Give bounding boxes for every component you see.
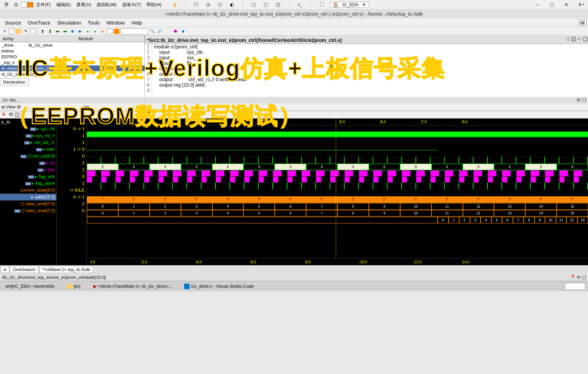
bottom-tabs: e OneSearch *<nWave:2> top_iic.fsdb [0,265,588,274]
wave-ctrl [87,150,588,157]
menu-edit[interactable]: 编辑(E) [54,2,74,8]
signal-name[interactable]: Ver▸ start [0,146,56,153]
panel-icon[interactable]: ◫ [571,36,576,42]
new-icon[interactable]: ✦ [1,28,7,34]
signal-name[interactable]: Ver▸ flag_ack [0,173,56,180]
play-icon[interactable]: ▶ [77,28,83,34]
menu-simulation[interactable]: Simulation [54,20,85,26]
menu-view[interactable]: 查看(V) [74,2,94,8]
taskbar-verdi[interactable]: ◆ <Verdi:nTraceMain:1> tb_i2c_drive.i... [90,283,175,289]
pause-icon[interactable]: || [171,2,179,7]
signal-name[interactable]: current_state[9:0] [0,187,56,194]
m-button[interactable]: M [578,19,587,26]
window-icon[interactable]: ◫ [273,2,283,7]
fullscreen-icon[interactable] [27,2,33,8]
wave-display[interactable]: |5,0 |6,0 |7,0 |8,0 0000000000000000 *I*… [87,119,588,265]
menu-source[interactable]: Source [1,20,25,26]
source-title: *Src1:tb_i2c_drive.inst_top_iic.inst_e2p… [145,37,588,44]
tool-icon[interactable]: ◆ [180,28,186,34]
back-icon[interactable]: ⬅ [55,28,61,34]
main-menu: Source OneTrace Simulation Tools Window … [0,18,588,27]
signal-value: 0 [57,153,87,160]
menu-help[interactable]: 帮助(H) [144,2,164,8]
up-icon[interactable]: ⬆ [40,28,46,34]
signal-name[interactable]: Ver▸ flag_done [0,180,56,187]
play-icon[interactable]: ● [92,28,98,34]
search-icon[interactable]: 🔍 [149,28,155,34]
signal-name[interactable]: Ver▸ sda [0,166,56,173]
maximize-icon[interactable]: ▢ [547,2,557,7]
taskbar-vscode[interactable]: i2c_drive.v - Visual Studio Code [181,283,256,290]
taskbar-input[interactable] [565,283,585,290]
panel-icon[interactable]: ▢ [583,36,588,42]
close-icon[interactable]: ✕ [562,2,571,7]
signal-value: -> IDLE [57,187,87,194]
menu-window[interactable]: Window [103,20,128,26]
open-icon[interactable] [16,29,21,34]
clock-icon[interactable]: ◷ [203,2,213,7]
down-icon[interactable]: ⬇ [47,28,53,34]
menu-tabs[interactable]: 选项卡(T) [119,2,144,8]
wave-flag-done [87,190,588,196]
search-icon[interactable]: 🔎 [157,28,163,34]
tab-label[interactable]: 🏠 IC_EDA ✕ [330,2,369,8]
signal-name[interactable]: Ver▸ ctrl_w0_r1 [0,139,56,146]
tool-icon[interactable]: ⬡ [215,2,225,7]
terminal-icon[interactable]: >_ [295,2,305,7]
tool-icon[interactable] [9,29,14,34]
menu-item[interactable]: 位 [11,2,21,8]
signal-value: 0 [57,207,87,214]
tool-icon[interactable]: ◐ [227,2,237,7]
tool-icon[interactable] [107,29,112,34]
menu-tools[interactable]: Tools [85,20,103,26]
tool-icon[interactable] [114,29,119,34]
monitor-icon[interactable]: 🖵 [191,2,201,7]
wave-tracks: 0000000000000000 *I*I*I*I*I*I*I*I*I*I*I*… [87,132,588,224]
col-hierarchy[interactable]: archy [0,35,27,42]
tool-icon[interactable] [30,29,35,34]
expand-icon[interactable]: ⛶ [317,2,327,7]
taskbar-terminal[interactable]: er@IC_EDA:~/work/rtl/iic [3,283,57,289]
wave-scl [87,170,588,177]
signal-name-selected[interactable]: ▸ addr[15:0] [0,194,56,200]
wave-menu-item[interactable]: al [1,104,5,109]
tab[interactable]: e [1,266,9,273]
menu-item[interactable]: 序 [1,2,11,8]
window-icon[interactable]: ▢ [249,2,258,7]
panel-icon[interactable]: ↕ [567,36,569,42]
path-icons[interactable]: 📍 ⟳ ▢ [570,275,586,280]
signal-names[interactable]: p_iic Ver▸ sys_clk Ver▸ sys_rst_n Ver▸ c… [0,119,56,265]
overlay-title-1: IIC基本原理+Verilog仿真+上板信号采集 [17,53,446,84]
signal-values: 0 -> 1 1 1 1 -> 0 0 1 1 0 1 -> IDLE 0 ->… [56,119,87,265]
snapshot-icon[interactable] [21,2,27,8]
forward-icon[interactable]: ➡ [62,28,68,34]
signal-value: 1 [57,180,87,187]
nav-icon[interactable]: ◉ [70,28,76,34]
signal-value: 0 -> 1 [57,194,87,200]
signal-value: 1 [57,132,87,139]
menu-file[interactable]: 文件(F) [33,2,54,8]
signal-name[interactable]: ◫ data_write[7:0] [0,200,56,207]
search-input[interactable] [121,28,148,34]
menu-onetrace[interactable]: OneTrace [25,20,54,26]
col-module[interactable]: Module [27,35,145,42]
signal-name[interactable]: Ver▸ sys_rst_n [0,132,56,139]
window-icon[interactable]: ▢ [261,2,271,7]
menu-vm[interactable]: 虚拟机(M) [94,2,119,8]
edit-icon[interactable]: ✎ [22,28,29,34]
taskbar-folder[interactable]: [iic] [64,283,83,289]
tree-row[interactable]: _drivetb_i2c_drive [0,42,145,48]
wave-tool-icon[interactable]: ✕ [0,111,7,117]
play-icon[interactable]: ● [85,28,91,34]
tab[interactable]: OneSearch [10,266,39,273]
stop-icon[interactable]: ■ [100,28,106,34]
minimize-icon[interactable]: ─ [533,2,542,7]
signal-name[interactable]: Ver◫ cnt_scl[9:0] [0,153,56,160]
tool-icon[interactable]: ⬢ [172,28,179,34]
signal-name[interactable]: Ver◫ data_read[7:0] [0,207,56,214]
panel-icon[interactable]: ─ [577,36,581,42]
menu-help[interactable]: Help [128,20,146,26]
tab[interactable]: *<nWave:2> top_iic.fsdb [39,266,93,273]
signal-name[interactable]: Ver▸ scl [0,160,56,166]
cursor-line[interactable] [336,119,336,265]
